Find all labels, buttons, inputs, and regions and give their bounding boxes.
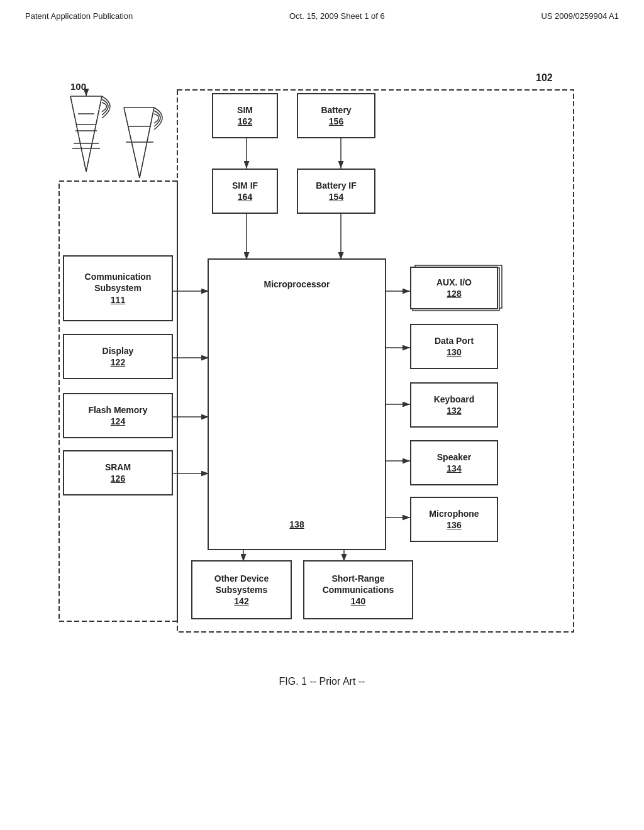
other-label: Other DeviceSubsystems bbox=[214, 573, 269, 595]
sim-if-number: 164 bbox=[238, 191, 252, 202]
svg-text:100: 100 bbox=[70, 81, 86, 92]
sram-label: SRAM bbox=[105, 462, 131, 473]
short-range-number: 140 bbox=[351, 595, 365, 607]
microprocessor-number: 138 bbox=[289, 519, 304, 529]
other-subsystems-box: Other DeviceSubsystems 142 bbox=[191, 560, 292, 619]
display-number: 122 bbox=[111, 357, 125, 368]
battery-if-box: Battery IF 154 bbox=[297, 169, 375, 214]
sim-label: SIM bbox=[237, 104, 253, 116]
microphone-label: Microphone bbox=[429, 508, 479, 519]
speaker-box: Speaker 134 bbox=[410, 440, 498, 485]
other-number: 142 bbox=[234, 595, 248, 607]
svg-line-4 bbox=[70, 96, 86, 172]
aux-io-label: AUX. I/O bbox=[436, 277, 472, 288]
microphone-number: 136 bbox=[447, 519, 461, 531]
microprocessor-label: Microprocessor bbox=[264, 279, 330, 289]
device-label: 102 bbox=[536, 72, 553, 84]
battery-number: 156 bbox=[329, 116, 343, 127]
battery-if-label: Battery IF bbox=[316, 180, 357, 191]
page-header: Patent Application Publication Oct. 15, … bbox=[0, 0, 644, 27]
diagram-area: 100 bbox=[52, 33, 592, 694]
header-center: Oct. 15, 2009 Sheet 1 of 6 bbox=[289, 11, 385, 21]
aux-io-box: AUX. I/O 128 bbox=[410, 267, 498, 309]
data-port-box: Data Port 130 bbox=[410, 324, 498, 369]
flash-label: Flash Memory bbox=[88, 404, 147, 416]
aux-io-number: 128 bbox=[447, 288, 461, 299]
microphone-box: Microphone 136 bbox=[410, 497, 498, 542]
fig-caption: FIG. 1 -- Prior Art -- bbox=[52, 676, 592, 687]
microprocessor-box: Microprocessor 138 bbox=[208, 258, 386, 550]
speaker-label: Speaker bbox=[437, 451, 471, 463]
svg-line-6 bbox=[86, 96, 102, 172]
flash-box: Flash Memory 124 bbox=[63, 393, 173, 438]
display-box: Display 122 bbox=[63, 334, 173, 379]
keyboard-number: 132 bbox=[447, 405, 461, 416]
battery-if-number: 154 bbox=[329, 191, 343, 202]
short-range-label: Short-RangeCommunications bbox=[323, 573, 394, 595]
comm-label: CommunicationSubsystem bbox=[85, 271, 152, 294]
svg-line-19 bbox=[124, 108, 140, 178]
speaker-number: 134 bbox=[447, 463, 461, 474]
display-label: Display bbox=[103, 345, 134, 357]
svg-line-9 bbox=[70, 96, 86, 172]
sram-number: 126 bbox=[111, 473, 125, 484]
keyboard-box: Keyboard 132 bbox=[410, 382, 498, 428]
header-right: US 2009/0259904 A1 bbox=[541, 11, 619, 21]
short-range-box: Short-RangeCommunications 140 bbox=[303, 560, 413, 619]
header-left: Patent Application Publication bbox=[25, 11, 133, 21]
data-port-label: Data Port bbox=[435, 335, 474, 346]
svg-line-10 bbox=[86, 96, 102, 172]
sim-if-box: SIM IF 164 bbox=[212, 169, 278, 214]
keyboard-label: Keyboard bbox=[434, 394, 475, 405]
comm-number: 111 bbox=[111, 294, 125, 306]
sim-number: 162 bbox=[238, 116, 252, 127]
svg-line-20 bbox=[140, 108, 154, 178]
data-port-number: 130 bbox=[447, 346, 461, 358]
sim-if-label: SIM IF bbox=[232, 180, 258, 191]
battery-box: Battery 156 bbox=[297, 93, 375, 138]
svg-line-16 bbox=[140, 108, 154, 178]
sram-box: SRAM 126 bbox=[63, 450, 173, 495]
sim-box: SIM 162 bbox=[212, 93, 278, 138]
battery-label: Battery bbox=[321, 104, 351, 116]
svg-line-14 bbox=[124, 108, 140, 178]
flash-number: 124 bbox=[111, 416, 125, 427]
comm-box: CommunicationSubsystem 111 bbox=[63, 255, 173, 321]
